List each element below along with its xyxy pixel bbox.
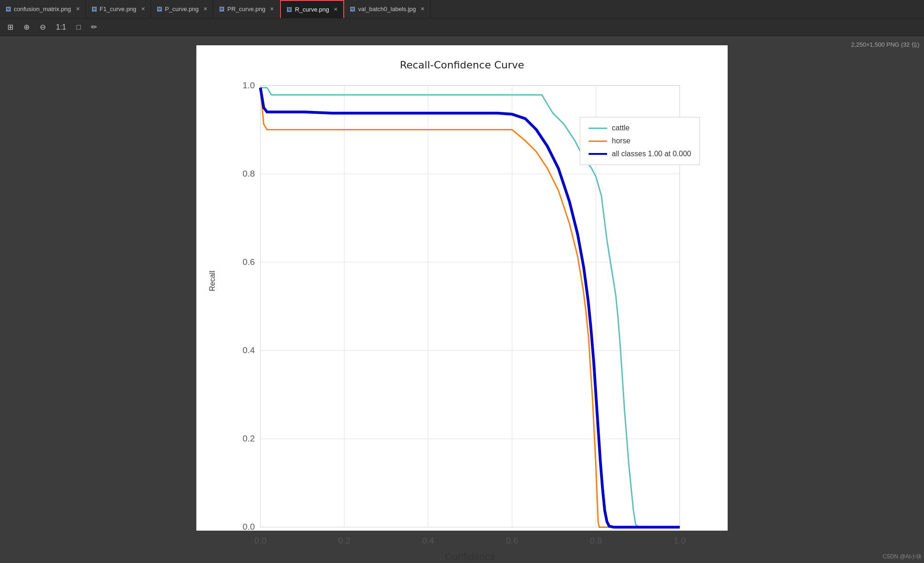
svg-text:0.6: 0.6	[243, 257, 255, 267]
legend: cattle horse all classes 1.00 at 0.000	[580, 117, 700, 165]
grid-toggle-btn[interactable]: ⊞	[5, 21, 16, 33]
svg-text:0.6: 0.6	[506, 536, 518, 545]
tab-label: F1_curve.png	[100, 6, 137, 12]
tab-r-curve[interactable]: 🖼 R_curve.png ✕	[280, 0, 344, 18]
svg-text:1.0: 1.0	[243, 80, 255, 90]
legend-line-horse	[589, 141, 607, 142]
svg-text:0.0: 0.0	[243, 522, 255, 532]
tab-bar: 🖼 confusion_matrix.png ✕ 🖼 F1_curve.png …	[0, 0, 924, 18]
legend-item-all-classes: all classes 1.00 at 0.000	[589, 150, 691, 158]
file-icon: 🖼	[219, 6, 225, 12]
tab-p-curve[interactable]: 🖼 P_curve.png ✕	[151, 0, 213, 18]
file-icon: 🖼	[350, 6, 355, 12]
legend-line-cattle	[589, 128, 607, 129]
y-axis-label: Recall	[206, 80, 219, 482]
legend-item-horse: horse	[589, 137, 691, 145]
chart-plot-area: 0.0 0.2 0.4 0.6 0.8 1.0 0.0 0.2 0.4 0.6 …	[222, 80, 718, 482]
tab-close-btn[interactable]: ✕	[270, 6, 274, 12]
svg-text:0.8: 0.8	[590, 536, 602, 545]
tab-f1-curve[interactable]: 🖼 F1_curve.png ✕	[86, 0, 152, 18]
chart-title: Recall-Confidence Curve	[206, 59, 718, 71]
file-icon: 🖼	[157, 6, 162, 12]
tab-close-btn[interactable]: ✕	[76, 6, 80, 12]
file-info: 2,250×1,500 PNG (32 位)	[851, 41, 919, 49]
toolbar: ⊞ ⊕ ⊖ 1:1 □ ✏ 2,250×1,500 PNG (32 位)	[0, 18, 924, 36]
zoom-in-btn[interactable]: ⊕	[21, 21, 32, 33]
fit-btn[interactable]: □	[73, 21, 84, 33]
chart-area: Recall	[206, 80, 718, 482]
tab-label: PR_curve.png	[227, 6, 265, 12]
legend-label-all-classes: all classes 1.00 at 0.000	[612, 150, 691, 158]
legend-item-cattle: cattle	[589, 124, 691, 132]
tab-close-btn[interactable]: ✕	[420, 6, 425, 12]
file-icon: 🖼	[6, 6, 11, 12]
tab-val-batch0[interactable]: 🖼 val_batch0_labels.jpg ✕	[344, 0, 431, 18]
svg-text:0.4: 0.4	[422, 536, 434, 545]
svg-text:Confidence: Confidence	[445, 551, 495, 560]
svg-text:0.8: 0.8	[243, 169, 255, 178]
tab-label: P_curve.png	[165, 6, 199, 12]
legend-label-horse: horse	[612, 137, 630, 145]
svg-text:0.4: 0.4	[243, 345, 255, 355]
legend-line-all-classes	[589, 153, 607, 155]
main-content: Recall-Confidence Curve Recall	[0, 36, 924, 563]
svg-text:0.2: 0.2	[243, 434, 255, 443]
chart-container: Recall-Confidence Curve Recall	[196, 45, 728, 531]
edit-btn[interactable]: ✏	[88, 21, 100, 33]
zoom-reset-btn[interactable]: 1:1	[53, 21, 69, 33]
file-icon: 🖼	[286, 6, 292, 13]
tab-pr-curve[interactable]: 🖼 PR_curve.png ✕	[213, 0, 280, 18]
tab-confusion-matrix[interactable]: 🖼 confusion_matrix.png ✕	[0, 0, 86, 18]
tab-close-btn[interactable]: ✕	[203, 6, 207, 12]
tab-label: R_curve.png	[295, 6, 329, 13]
zoom-out-btn[interactable]: ⊖	[37, 21, 49, 33]
tab-label: val_batch0_labels.jpg	[358, 6, 416, 12]
watermark: CSDN @AI小块	[882, 553, 922, 561]
svg-text:0.2: 0.2	[338, 536, 351, 545]
tab-close-btn[interactable]: ✕	[334, 6, 338, 12]
tab-label: confusion_matrix.png	[14, 6, 71, 12]
svg-text:1.0: 1.0	[674, 536, 686, 545]
file-icon: 🖼	[91, 6, 97, 12]
svg-text:0.0: 0.0	[254, 536, 267, 545]
legend-label-cattle: cattle	[612, 124, 629, 132]
tab-close-btn[interactable]: ✕	[141, 6, 145, 12]
